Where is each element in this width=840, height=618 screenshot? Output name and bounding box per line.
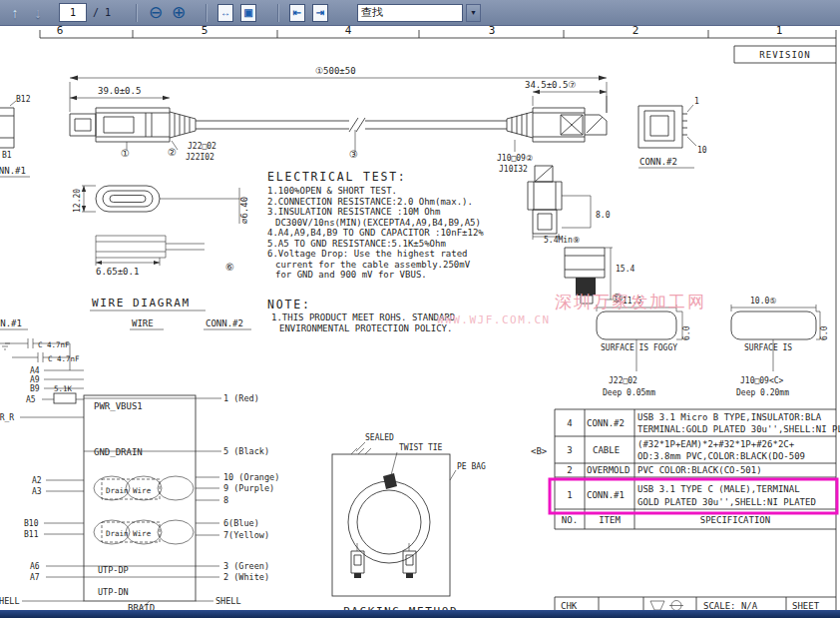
spec-row-no: 4 — [567, 418, 572, 428]
zoom-out-button[interactable]: ⊖ — [146, 3, 166, 23]
sealed-label: SEALED — [365, 433, 394, 442]
electrical-test-title: ELECTRICAL TEST: — [267, 170, 407, 184]
out-white: 2 (White) — [223, 572, 269, 582]
part-number-j10-2: J10I32 — [499, 165, 528, 174]
down-arrow-icon: ↓ — [35, 5, 42, 21]
overmold1-surface-note: SURFACE IS FOGGY — [601, 343, 677, 352]
spec-row-text: USB 3.1 Micro B TYPE,INSULATOR:BLA — [637, 412, 822, 422]
revision-marker-b: <B> — [531, 446, 548, 456]
pe-bag-label: PE BAG — [457, 462, 486, 471]
electrical-test-line: 4.A4,A9,B4,B9 TO GND CAPACITOR :10nF±12% — [267, 228, 484, 238]
shell-right-label: SHELL — [215, 596, 241, 606]
note-title: NOTE: — [267, 298, 311, 311]
page-number-input[interactable] — [59, 3, 87, 22]
viewer-toolbar: ↑ ↓ / 1 ⊖ ⊕ ↔ ▣ ⇤ ⇥ ▼ — [0, 0, 840, 26]
pin-label-b1: B1 — [2, 151, 12, 160]
spec-row-item: OVERMOLD — [587, 465, 630, 475]
conn2-label: CONN.#2 — [639, 157, 677, 167]
out-black: 5 (Black) — [223, 446, 269, 456]
search-input[interactable] — [357, 4, 463, 22]
spec-row-text: OD:3.8mm PVC,COLOR:BLACK(DO-509 — [637, 451, 805, 461]
left-overmold-dim: 39.0±0.5 — [98, 86, 141, 96]
height-dim-1220: 12.20 — [73, 189, 82, 213]
dim-154: 15.4 — [616, 265, 634, 274]
last-view-button[interactable]: ⇥ — [310, 3, 330, 23]
net-utp-dn: UTP-DN — [98, 587, 129, 597]
out-green: 3 (Green) — [223, 561, 269, 571]
overmold1-part: J22□02 — [609, 376, 637, 385]
capacitor-label-2: C 4.7nF — [48, 354, 80, 363]
pin-a6: A6 — [30, 562, 40, 571]
note-line: ENVIRONMENTAL PROTECTION POLICY. — [279, 323, 452, 333]
dim-54min: 5.4Min⑨ — [544, 236, 580, 245]
fit-page-button[interactable]: ▣ — [238, 3, 258, 23]
pin-a4: A4 — [30, 366, 40, 375]
spec-row-no: 2 — [567, 465, 572, 475]
search-dropdown-button[interactable]: ▼ — [466, 4, 481, 22]
zoom-in-icon: ⊕ — [172, 4, 186, 21]
net-gnd-drain: GND_DRAIN — [94, 447, 143, 457]
fit-width-button[interactable]: ↔ — [215, 3, 235, 23]
spec-row-text: PVC COLOR:BLACK(CO-501) — [637, 465, 762, 475]
pin-a5: A5 — [26, 395, 36, 404]
spec-row-no: 1 — [567, 490, 572, 500]
overmold2-surface-note: SURFACE IS — [744, 343, 792, 352]
fit-page-icon: ▣ — [240, 4, 256, 22]
pdf-viewer-window: 6 5 4 3 2 1 REVISION ①500±50 39.0±0.5 34… — [0, 0, 840, 618]
column-wire: WIRE — [132, 318, 154, 328]
overmold1-height-dim: 6.0 — [682, 325, 691, 340]
part-number-j10-1: J10□09② — [497, 154, 533, 163]
shell-left-label: SHELL — [0, 596, 20, 606]
pin-b10: B10 — [24, 519, 39, 528]
length-dim-665: 6.65±0.1 — [96, 267, 139, 277]
electrical-test-line: DC300V/10ns(MIN)(EXCEPTA4,A9,B4,B9,A5) — [275, 218, 481, 228]
column-conn1: CONN.#1 — [0, 318, 22, 328]
spec-header-no: NO. — [562, 515, 578, 525]
capacitor-label-1: C 4.7nF — [38, 340, 70, 349]
first-view-button[interactable]: ⇤ — [287, 3, 307, 23]
drawing-canvas: 6 5 4 3 2 1 REVISION ①500±50 39.0±0.5 34… — [0, 0, 840, 618]
zoom-out-icon: ⊖ — [149, 4, 163, 21]
out-orange: 10 (Orange) — [223, 472, 279, 482]
twist-tie-label: TWIST TIE — [399, 443, 443, 452]
page-count-label: / 1 — [93, 7, 111, 18]
prev-page-button[interactable]: ↑ — [5, 3, 25, 23]
chevron-down-icon: ▼ — [470, 9, 477, 16]
electrical-test-line: 6.Voltage Drop: Use the highest rated — [267, 249, 467, 259]
overall-length-dim: ①500±50 — [315, 66, 356, 76]
spec-row-text: USB 3.1 TYPE C (MALE),TERMINAL — [637, 484, 800, 494]
electrical-test-line: 3.INSULATION RESISTANCE :10M Ohm — [267, 207, 440, 217]
wire-diagram-title: WIRE DIAGRAM — [92, 297, 191, 309]
watermark-cn-text: 深圳万家发加工网 — [555, 292, 706, 311]
overmold2-height-dim: 6.0 — [820, 325, 829, 340]
out-red: 1 (Red) — [223, 393, 259, 403]
conn1-label: CONN.#1 — [0, 166, 26, 176]
next-page-button[interactable]: ↓ — [28, 3, 48, 23]
note-line: 1.THIS PRODUCT MEET ROHS. STANDARD — [271, 312, 455, 322]
pin-a9: A9 — [30, 375, 40, 384]
overmold2-depth: Deep 0.20mm — [736, 388, 789, 397]
spec-header-item: ITEM — [599, 515, 621, 525]
net-pwr-r: PWR_R — [0, 413, 14, 422]
zoom-in-button[interactable]: ⊕ — [169, 3, 189, 23]
up-arrow-icon: ↑ — [12, 5, 19, 21]
pin-number-10: 10 — [697, 146, 707, 155]
spec-row-text: TERMINAL:GOLD PLATED 30u'',SHELL:NI PL — [637, 424, 840, 434]
part-number-j22-2: J22I02 — [186, 153, 214, 162]
column-conn2: CONN.#2 — [206, 318, 243, 328]
out-8: 8 — [223, 495, 228, 505]
electrical-test-line: 2.CONNECTION RESISTANCE:2.0 Ohm(max.). — [267, 197, 473, 207]
net-vbus: PWR_VBUS1 — [94, 401, 143, 411]
spec-row-no: 3 — [567, 445, 572, 455]
fit-width-icon: ↔ — [217, 4, 233, 22]
balloon-2: ② — [168, 147, 177, 158]
out-yellow: 7(Yellow) — [223, 530, 269, 540]
page-right-icon: ⇥ — [312, 4, 328, 22]
out-purple: 9 (Purple) — [223, 483, 274, 493]
toolbar-separator — [136, 4, 138, 22]
balloon-6: ⑥ — [225, 262, 234, 273]
spec-row-text: (#32*1P+EAM)*2+#32*1P+#26*2C+ — [637, 439, 795, 449]
balloon-3: ③ — [349, 149, 358, 160]
pin-b9: B9 — [30, 384, 40, 393]
watermark-url-text: WWW.WJF.COM.CN — [437, 313, 551, 326]
